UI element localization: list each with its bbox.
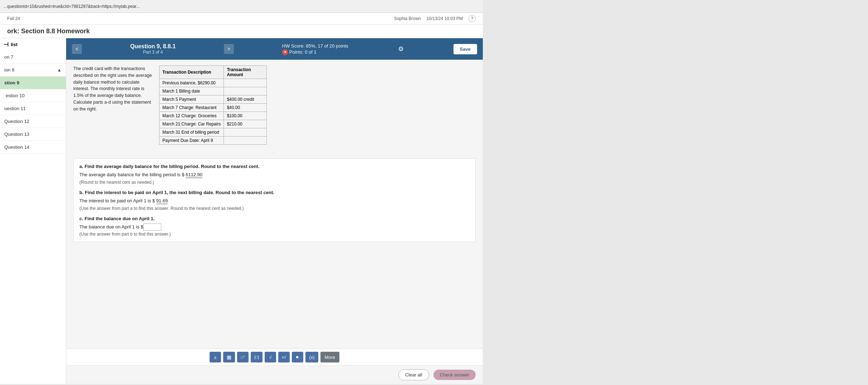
part-b-answer: The interest to be paid on April 1 is $ … bbox=[79, 197, 470, 205]
decimal-button[interactable]: ■. bbox=[292, 352, 303, 362]
table-cell-7-0: Payment Due Date: April 9 bbox=[160, 137, 224, 145]
hw-title: ork: Section 8.8 Homework bbox=[0, 25, 483, 38]
table-row: March 31 End of billing period bbox=[160, 128, 267, 137]
main-content: < Question 9, 8.8.1 Part 3 of 4 > HW Sco… bbox=[66, 38, 483, 384]
help-icon[interactable]: ? bbox=[469, 15, 476, 22]
hw-score-label: HW Score: 85%, 17 of 20 points bbox=[282, 43, 348, 49]
browser-bar: ...questionId=10&rushed=true&cId=7981287… bbox=[0, 0, 483, 13]
table-cell-6-0: March 31 End of billing period bbox=[160, 128, 224, 137]
table-row: March 7 Charge: Restaurant$40.00 bbox=[160, 104, 267, 112]
problem-section: The credit card with the transactions de… bbox=[73, 65, 476, 145]
datetime: 10/13/24 10:03 PM bbox=[427, 16, 463, 21]
score-section: HW Score: 85%, 17 of 20 points ✕ Points:… bbox=[282, 43, 348, 55]
transaction-table-wrapper: Transaction Description TransactionAmoun… bbox=[159, 65, 267, 145]
browser-url: ...questionId=10&rushed=true&cId=7981287… bbox=[4, 4, 140, 9]
save-button[interactable]: Save bbox=[453, 44, 477, 54]
table-cell-3-1: $40.00 bbox=[224, 104, 267, 112]
table-cell-4-0: March 12 Charge: Groceries bbox=[160, 112, 224, 120]
nth-root-button[interactable]: n√ bbox=[278, 352, 290, 362]
check-answer-button[interactable]: Check answer bbox=[433, 370, 476, 380]
divider-dots: ··· bbox=[73, 150, 476, 155]
part-c-note: (Use the answer from part b to find this… bbox=[79, 232, 470, 237]
question-header: < Question 9, 8.8.1 Part 3 of 4 > HW Sco… bbox=[66, 38, 483, 60]
problem-description: The credit card with the transactions de… bbox=[73, 65, 152, 145]
table-row: Payment Due Date: April 9 bbox=[160, 137, 267, 145]
gear-button[interactable]: ⚙ bbox=[397, 44, 405, 54]
content-area: The credit card with the transactions de… bbox=[66, 60, 483, 349]
more-button[interactable]: More bbox=[320, 352, 340, 362]
table-cell-1-1 bbox=[224, 87, 267, 95]
table-cell-0-1 bbox=[224, 79, 267, 87]
table-cell-1-0: March 1 Billing date bbox=[160, 87, 224, 95]
table-row: Previous balance, $6290.00 bbox=[160, 79, 267, 87]
col-header-amount: TransactionAmount bbox=[224, 66, 267, 79]
answers-section: a. Find the average daily balance for th… bbox=[73, 158, 476, 242]
table-row: March 5 Payment$400.00 credit bbox=[160, 95, 267, 104]
question-title: Question 9, 8.8.1 bbox=[130, 43, 176, 50]
matrix-button[interactable]: ▦ bbox=[223, 352, 235, 362]
x-icon: ✕ bbox=[282, 49, 288, 55]
sidebar-item-q11[interactable]: uestion 11 bbox=[0, 102, 66, 115]
sidebar-item-q9[interactable]: stion 9 bbox=[0, 76, 66, 89]
sidebar-item-q8[interactable]: ion 8 ▲ bbox=[0, 64, 66, 76]
part-a-value: 6112.90 bbox=[186, 172, 202, 178]
table-row: March 12 Charge: Groceries$100.00 bbox=[160, 112, 267, 120]
table-cell-2-0: March 5 Payment bbox=[160, 95, 224, 104]
sidebar-list-label: list bbox=[11, 42, 18, 47]
table-row: March 1 Billing date bbox=[160, 87, 267, 95]
plus-minus-button[interactable]: ± bbox=[210, 352, 221, 362]
prev-question-button[interactable]: < bbox=[72, 44, 82, 54]
question-title-section: Question 9, 8.8.1 Part 3 of 4 bbox=[130, 43, 176, 55]
user-name: Sophia Brown bbox=[394, 16, 421, 21]
part-a-answer: The average daily balance for the billin… bbox=[79, 171, 470, 179]
part-b-note: (Use the answer from part a to find this… bbox=[79, 206, 470, 211]
action-bar: Clear all Check answer bbox=[66, 365, 483, 384]
part-c-answer: The balance due on April 1 is $ bbox=[79, 223, 470, 231]
next-question-button[interactable]: > bbox=[224, 44, 234, 54]
part-c-input[interactable] bbox=[143, 223, 161, 231]
transaction-table: Transaction Description TransactionAmoun… bbox=[159, 65, 267, 145]
table-cell-7-1 bbox=[224, 137, 267, 145]
table-cell-6-1 bbox=[224, 128, 267, 137]
app-header: Fall 24 Sophia Brown 10/13/24 10:03 PM ? bbox=[0, 13, 483, 25]
table-cell-2-1: $400.00 credit bbox=[224, 95, 267, 104]
absolute-value-button[interactable]: |□| bbox=[251, 352, 263, 362]
part-a-label: a. Find the average daily balance for th… bbox=[79, 164, 470, 169]
paren-button[interactable]: (x) bbox=[305, 352, 318, 362]
superscript-button[interactable]: □° bbox=[237, 352, 249, 362]
table-row: March 21 Charge: Car Repairs$210.00 bbox=[160, 120, 267, 128]
table-cell-0-0: Previous balance, $6290.00 bbox=[160, 79, 224, 87]
sidebar-list-title[interactable]: ⊣ list bbox=[0, 38, 66, 51]
sidebar: ⊣ list on 7 ion 8 ▲ stion 9 estion 10 ue… bbox=[0, 38, 66, 384]
math-toolbar: ± ▦ □° |□| √ n√ ■. (x) More bbox=[66, 349, 483, 365]
part-a: a. Find the average daily balance for th… bbox=[79, 164, 470, 185]
part-b-value: 91.69 bbox=[156, 198, 168, 204]
collapse-icon[interactable]: ⊣ bbox=[4, 41, 9, 48]
sidebar-item-q13[interactable]: Question 13 bbox=[0, 128, 66, 141]
part-c: c. Find the balance due on April 1. The … bbox=[79, 216, 470, 237]
sidebar-item-q14[interactable]: Question 14 bbox=[0, 141, 66, 154]
part-b-label: b. Find the interest to be paid on April… bbox=[79, 190, 470, 195]
sidebar-item-q10[interactable]: estion 10 bbox=[0, 89, 66, 102]
points-label: Points: 0 of 1 bbox=[289, 49, 317, 55]
sidebar-item-q12[interactable]: Question 12 bbox=[0, 115, 66, 128]
table-cell-3-0: March 7 Charge: Restaurant bbox=[160, 104, 224, 112]
col-header-description: Transaction Description bbox=[160, 66, 224, 79]
table-cell-5-1: $210.00 bbox=[224, 120, 267, 128]
table-cell-5-0: March 21 Charge: Car Repairs bbox=[160, 120, 224, 128]
sidebar-item-q7[interactable]: on 7 bbox=[0, 51, 66, 64]
question-subtitle: Part 3 of 4 bbox=[130, 50, 176, 55]
expand-icon: ▲ bbox=[57, 67, 62, 73]
toolbar-wrapper: ✕ ± ▦ □° |□| √ n√ ■. (x) More bbox=[66, 349, 483, 365]
page-title: Fall 24 bbox=[7, 16, 20, 21]
part-b: b. Find the interest to be paid on April… bbox=[79, 190, 470, 211]
table-cell-4-1: $100.00 bbox=[224, 112, 267, 120]
clear-all-button[interactable]: Clear all bbox=[398, 369, 429, 380]
part-c-label: c. Find the balance due on April 1. bbox=[79, 216, 470, 221]
sqrt-button[interactable]: √ bbox=[265, 352, 276, 362]
part-a-note: (Round to the nearest cent as needed.) bbox=[79, 180, 470, 185]
